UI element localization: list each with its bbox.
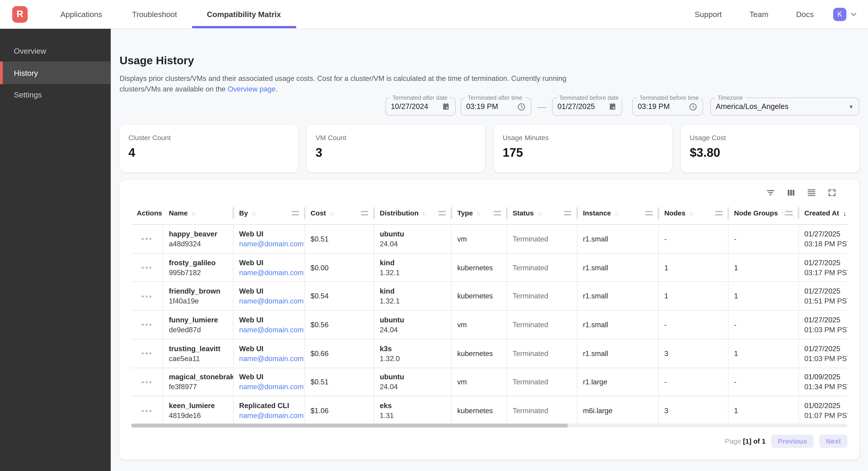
table-row: ●●● magical_stonebrakerfe3f8977 Web UIna… bbox=[131, 368, 848, 396]
column-menu-icon[interactable] bbox=[494, 211, 501, 215]
email-link[interactable]: name@domain.com bbox=[239, 240, 305, 248]
table-row: ●●● trusting_leavittcae5ea11 Web UIname@… bbox=[131, 340, 848, 368]
page-indicator: Page [1] of 1 bbox=[725, 437, 766, 445]
filter-icon[interactable] bbox=[766, 188, 775, 198]
nav-link-docs[interactable]: Docs bbox=[782, 10, 828, 19]
sort-icon: ↑↓ bbox=[614, 210, 618, 216]
column-menu-icon[interactable] bbox=[564, 211, 571, 215]
scrollbar-thumb[interactable] bbox=[131, 423, 568, 428]
previous-page-button[interactable]: Previous bbox=[771, 435, 814, 448]
column-menu-icon[interactable] bbox=[646, 211, 653, 215]
column-header-status[interactable]: Status↑↓ bbox=[507, 202, 577, 224]
column-menu-icon[interactable] bbox=[292, 211, 299, 215]
data-grid: Actions Name↑↓ By↑↓ Cost↑↓ Distribution↑… bbox=[131, 202, 848, 425]
usage-cost-card: Usage Cost $3.80 bbox=[681, 125, 859, 172]
sort-icon: ↑↓ bbox=[422, 210, 426, 216]
sort-icon: ↑↓ bbox=[781, 210, 785, 216]
table-row: ●●● frosty_galileo995b7182 Web UIname@do… bbox=[131, 254, 848, 282]
email-link[interactable]: name@domain.com bbox=[239, 383, 305, 391]
replicated-logo[interactable]: R bbox=[12, 6, 28, 22]
row-actions-button[interactable]: ●●● bbox=[141, 408, 153, 413]
row-actions-button[interactable]: ●●● bbox=[141, 293, 153, 299]
column-header-node-groups[interactable]: Node Groups↑↓ bbox=[728, 202, 799, 224]
column-header-nodes[interactable]: Nodes↑↓ bbox=[659, 202, 728, 224]
column-header-distribution[interactable]: Distribution↑↓ bbox=[374, 202, 452, 224]
usage-minutes-card: Usage Minutes 175 bbox=[494, 125, 672, 172]
table-header-row: Actions Name↑↓ By↑↓ Cost↑↓ Distribution↑… bbox=[131, 202, 848, 225]
column-header-created-at[interactable]: Created At↓ bbox=[799, 202, 847, 224]
row-actions-button[interactable]: ●●● bbox=[141, 322, 153, 327]
horizontal-scrollbar[interactable] bbox=[131, 423, 848, 428]
sort-icon: ↑↓ bbox=[191, 210, 195, 216]
date-range-dash: — bbox=[531, 102, 552, 111]
primary-tabs: Applications Troubleshoot Compatibility … bbox=[45, 0, 296, 28]
column-header-by[interactable]: By↑↓ bbox=[234, 202, 305, 224]
terminated-before-date-input[interactable]: Terminated before date 01/27/2025 bbox=[552, 97, 622, 116]
top-navigation: R Applications Troubleshoot Compatibilit… bbox=[0, 0, 868, 29]
column-menu-icon[interactable] bbox=[715, 211, 722, 215]
tab-applications[interactable]: Applications bbox=[45, 0, 117, 28]
fullscreen-icon[interactable] bbox=[827, 188, 837, 198]
column-header-name[interactable]: Name↑↓ bbox=[163, 202, 234, 224]
sort-icon: ↑↓ bbox=[689, 210, 693, 216]
sidebar-item-overview[interactable]: Overview bbox=[0, 40, 111, 61]
dropdown-caret-icon: ▼ bbox=[849, 104, 854, 110]
calendar-icon[interactable] bbox=[609, 102, 617, 111]
clock-icon[interactable] bbox=[517, 102, 526, 111]
usage-history-table-card: Actions Name↑↓ By↑↓ Cost↑↓ Distribution↑… bbox=[120, 180, 859, 460]
terminated-before-time-input[interactable]: Terminated before time 03:19 PM bbox=[632, 97, 703, 116]
sort-icon: ↑↓ bbox=[476, 210, 480, 216]
sidebar-item-settings[interactable]: Settings bbox=[0, 84, 111, 105]
table-toolbar bbox=[766, 188, 837, 198]
table-row: ●●● funny_lumierede9ed87d Web UIname@dom… bbox=[131, 311, 848, 339]
page-title: Usage History bbox=[120, 54, 194, 67]
chevron-down-icon[interactable] bbox=[849, 10, 858, 19]
overview-page-link[interactable]: Overview page bbox=[227, 85, 276, 93]
page-description: Displays prior clusters/VMs and their as… bbox=[120, 73, 574, 94]
summary-cards: Cluster Count 4 VM Count 3 Usage Minutes… bbox=[120, 125, 859, 172]
terminated-after-date-input[interactable]: Terminated after date 10/27/2024 bbox=[385, 97, 456, 116]
clock-icon[interactable] bbox=[688, 102, 697, 111]
email-link[interactable]: name@domain.com bbox=[239, 268, 305, 276]
table-row: ●●● happy_beavera48d9324 Web UIname@doma… bbox=[131, 225, 848, 254]
nav-right: Support Team Docs K bbox=[681, 7, 868, 21]
tab-troubleshoot[interactable]: Troubleshoot bbox=[117, 0, 192, 28]
row-actions-button[interactable]: ●●● bbox=[141, 351, 153, 356]
next-page-button[interactable]: Next bbox=[819, 435, 847, 448]
column-header-instance[interactable]: Instance↑↓ bbox=[577, 202, 659, 224]
calendar-icon[interactable] bbox=[442, 102, 450, 111]
nav-link-support[interactable]: Support bbox=[681, 10, 736, 19]
sort-icon: ↑↓ bbox=[537, 210, 541, 216]
sort-icon: ↑↓ bbox=[251, 210, 255, 216]
app-window: R Applications Troubleshoot Compatibilit… bbox=[0, 0, 868, 471]
row-actions-button[interactable]: ●●● bbox=[141, 379, 153, 385]
timezone-select[interactable]: Timezone America/Los_Angeles ▼ bbox=[710, 97, 859, 116]
email-link[interactable]: name@domain.com bbox=[239, 297, 305, 305]
density-icon[interactable] bbox=[806, 188, 816, 198]
row-actions-button[interactable]: ●●● bbox=[141, 236, 153, 242]
filters-bar: Terminated after date 10/27/2024 Termina… bbox=[385, 97, 859, 116]
columns-icon[interactable] bbox=[786, 188, 796, 198]
email-link[interactable]: name@domain.com bbox=[239, 326, 305, 334]
row-actions-button[interactable]: ●●● bbox=[141, 265, 153, 270]
table-row: ●●● keen_lumiere4819de16 Replicated CLIn… bbox=[131, 396, 848, 425]
table-row: ●●● friendly_brown1f40a19e Web UIname@do… bbox=[131, 282, 848, 311]
sort-desc-icon: ↓ bbox=[843, 209, 846, 217]
email-link[interactable]: name@domain.com bbox=[239, 354, 305, 362]
column-header-actions: Actions bbox=[131, 202, 163, 224]
column-header-type[interactable]: Type↑↓ bbox=[452, 202, 507, 224]
column-header-cost[interactable]: Cost↑↓ bbox=[305, 202, 374, 224]
user-avatar[interactable]: K bbox=[833, 7, 846, 21]
sidebar-item-history[interactable]: History bbox=[0, 61, 111, 84]
vm-count-card: VM Count 3 bbox=[307, 125, 485, 172]
active-tab-indicator bbox=[192, 26, 296, 28]
column-menu-icon[interactable] bbox=[438, 211, 445, 215]
column-menu-icon[interactable] bbox=[361, 211, 368, 215]
pagination: Page [1] of 1 Previous Next bbox=[725, 435, 847, 448]
tab-compatibility-matrix[interactable]: Compatibility Matrix bbox=[192, 0, 296, 28]
email-link[interactable]: name@domain.com bbox=[239, 412, 305, 420]
sort-icon: ↑↓ bbox=[329, 210, 333, 216]
nav-link-team[interactable]: Team bbox=[736, 10, 782, 19]
terminated-after-time-input[interactable]: Terminated after time 03:19 PM bbox=[461, 97, 531, 116]
column-menu-icon[interactable] bbox=[785, 211, 793, 215]
